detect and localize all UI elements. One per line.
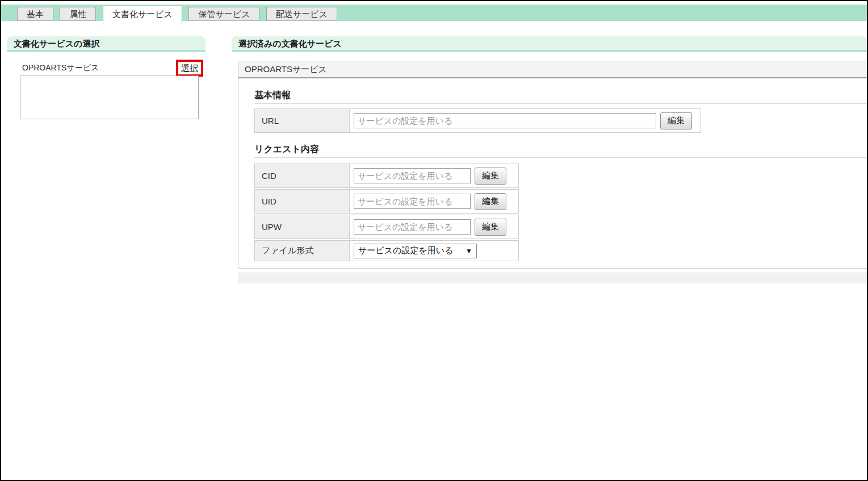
annotation-highlight-box: 選択 xyxy=(176,60,203,77)
upw-row: UPW 編集 xyxy=(254,215,519,239)
tab-basic[interactable]: 基本 xyxy=(17,7,53,21)
url-label: URL xyxy=(255,109,350,132)
upw-edit-button[interactable]: 編集 xyxy=(475,219,506,236)
url-row: URL 編集 xyxy=(254,108,701,133)
left-panel-title: 文書化サービスの選択 xyxy=(7,36,206,52)
service-select-row: OPROARTSサービス 選択 xyxy=(20,60,200,76)
url-edit-button[interactable]: 編集 xyxy=(660,112,692,129)
url-input[interactable] xyxy=(354,113,656,128)
right-panel-title: 選択済みの文書化サービス xyxy=(232,36,867,52)
request-rows: CID 編集 UID 編集 UPW 編集 ファイル形式 サービスの設定を用いる … xyxy=(254,164,519,262)
uid-label: UID xyxy=(255,190,350,213)
uid-row: UID 編集 xyxy=(254,189,519,214)
file-format-label: ファイル形式 xyxy=(255,241,350,261)
tab-storage-service[interactable]: 保管サービス xyxy=(188,7,259,21)
tab-delivery-service[interactable]: 配送サービス xyxy=(266,7,337,21)
selected-services-listbox[interactable] xyxy=(20,76,199,119)
uid-input[interactable] xyxy=(354,194,471,209)
panel-footer-bar xyxy=(238,273,867,283)
basic-info-heading: 基本情報 xyxy=(254,88,867,104)
tab-documentation-service[interactable]: 文書化サービス xyxy=(103,6,182,24)
cid-label: CID xyxy=(255,164,350,187)
app-window: 基本 属性 文書化サービス 保管サービス 配送サービス 文書化サービスの選択 O… xyxy=(0,0,868,481)
chevron-down-icon: ▼ xyxy=(466,247,472,255)
uid-edit-button[interactable]: 編集 xyxy=(475,193,506,210)
select-link[interactable]: 選択 xyxy=(181,63,198,73)
cid-edit-button[interactable]: 編集 xyxy=(475,168,506,185)
upw-input[interactable] xyxy=(354,219,471,235)
service-section-header: OPROARTSサービス xyxy=(238,61,867,78)
upw-label: UPW xyxy=(255,215,350,239)
file-format-selected-option: サービスの設定を用いる xyxy=(358,245,453,256)
service-name-label: OPROARTSサービス xyxy=(20,63,99,73)
tab-attributes[interactable]: 属性 xyxy=(60,7,96,21)
service-settings-panel: 基本情報 URL 編集 リクエスト内容 CID 編集 UID 編集 UPW 編集 xyxy=(238,78,867,269)
cid-row: CID 編集 xyxy=(254,164,519,188)
tab-bar: 基本 属性 文書化サービス 保管サービス 配送サービス xyxy=(1,5,867,21)
file-format-row: ファイル形式 サービスの設定を用いる ▼ xyxy=(254,240,519,261)
request-content-heading: リクエスト内容 xyxy=(254,142,867,158)
cid-input[interactable] xyxy=(354,168,471,183)
file-format-select[interactable]: サービスの設定を用いる ▼ xyxy=(354,244,477,258)
